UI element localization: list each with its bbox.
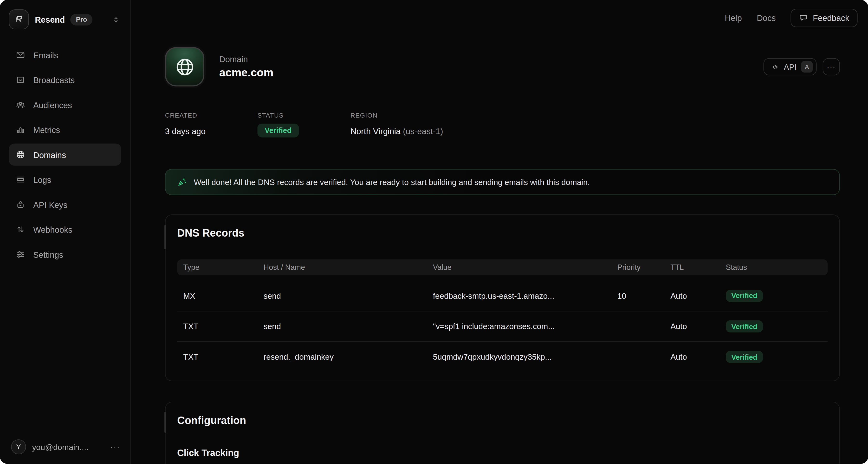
sidebar-item-emails[interactable]: Emails: [9, 44, 121, 66]
code-icon: [771, 62, 779, 71]
sidebar-item-settings[interactable]: Settings: [9, 243, 121, 265]
dns-table-header: Type Host / Name Value Priority TTL Stat…: [177, 259, 828, 276]
meta-created: CREATED 3 days ago: [165, 112, 257, 138]
avatar: Y: [11, 439, 26, 454]
page-title: acme.com: [219, 66, 274, 79]
domain-titles: Domain acme.com: [219, 54, 274, 79]
verified-badge: Verified: [726, 320, 763, 332]
col-value: Value: [433, 263, 617, 272]
dns-row-txt-domainkey[interactable]: TXT resend._domainkey 5uqmdw7qpxudkyvdon…: [177, 341, 828, 372]
sidebar-item-label: Emails: [33, 50, 58, 59]
dns-row-mx-send[interactable]: MX send feedback-smtp.us-east-1.amazo...…: [177, 281, 828, 311]
cell-type: TXT: [183, 352, 264, 361]
lock-icon: [16, 200, 25, 209]
status-label: STATUS: [257, 112, 350, 119]
cell-status: Verified: [726, 351, 828, 363]
cell-value: feedback-smtp.us-east-1.amazo...: [433, 291, 617, 300]
rows-icon: [16, 175, 25, 184]
cell-type: TXT: [183, 322, 264, 331]
resend-logo-letter: R: [16, 14, 22, 25]
status-badge: Verified: [257, 124, 299, 138]
verified-badge: Verified: [726, 351, 763, 363]
verified-badge: Verified: [726, 290, 763, 302]
sidebar-item-label: Webhooks: [33, 225, 72, 234]
cell-status: Verified: [726, 290, 828, 302]
docs-link[interactable]: Docs: [757, 13, 776, 22]
sliders-icon: [16, 249, 25, 259]
chevron-updown-icon[interactable]: [112, 15, 120, 24]
globe-icon: [174, 56, 196, 78]
domain-avatar: [165, 47, 204, 86]
cell-ttl: Auto: [671, 352, 726, 361]
page-eyebrow: Domain: [219, 54, 274, 64]
domain-more-button[interactable]: ···: [823, 58, 840, 76]
region-name: North Virginia: [350, 126, 401, 136]
account-menu[interactable]: Y you@domain.... ···: [0, 439, 130, 464]
sidebar-item-broadcasts[interactable]: Broadcasts: [9, 69, 121, 91]
api-button-label: API: [784, 62, 797, 71]
card-scroll-notch: [164, 412, 166, 433]
domain-header: Domain acme.com API A ···: [165, 47, 840, 86]
col-host: Host / Name: [264, 263, 433, 272]
sidebar-item-label: Settings: [33, 250, 63, 259]
created-value: 3 days ago: [165, 126, 257, 136]
sidebar-item-webhooks[interactable]: Webhooks: [9, 218, 121, 240]
meta-region: REGION North Virginia (us-east-1): [350, 112, 443, 138]
api-button[interactable]: API A: [763, 58, 817, 76]
feedback-label: Feedback: [813, 13, 849, 22]
sidebar-nav: Emails Broadcasts Audiences Metrics Doma…: [0, 39, 130, 265]
sidebar-item-label: Metrics: [33, 125, 60, 135]
region-code: (us-east-1): [403, 126, 443, 136]
dns-records-title: DNS Records: [177, 226, 828, 240]
sidebar-item-logs[interactable]: Logs: [9, 168, 121, 191]
dns-row-txt-send[interactable]: TXT send "v=spf1 include:amazonses.com..…: [177, 311, 828, 341]
success-banner: Well done! All the DNS records are verif…: [165, 169, 840, 195]
party-popper-icon: [177, 177, 187, 187]
feedback-button[interactable]: Feedback: [791, 9, 858, 27]
col-status: Status: [726, 263, 828, 272]
workspace-switcher[interactable]: R Resend Pro: [0, 0, 130, 39]
cell-ttl: Auto: [671, 322, 726, 331]
cell-ttl: Auto: [671, 291, 726, 300]
page-content: Domain acme.com API A ··· CREATED 3 days…: [165, 47, 840, 464]
sidebar-item-label: Domains: [33, 150, 66, 159]
header-actions: API A ···: [763, 58, 840, 76]
dns-records-card: DNS Records Type Host / Name Value Prior…: [165, 214, 840, 381]
envelope-icon: [16, 50, 25, 60]
sidebar-item-domains[interactable]: Domains: [9, 144, 121, 166]
arrows-up-down-icon: [16, 225, 25, 234]
configuration-title: Configuration: [177, 413, 828, 428]
cell-host: send: [264, 291, 433, 300]
app-window: R Resend Pro Emails Broadcasts Audiences: [0, 0, 868, 464]
region-label: REGION: [350, 112, 443, 119]
sidebar-item-api-keys[interactable]: API Keys: [9, 194, 121, 215]
dns-table-body: MX send feedback-smtp.us-east-1.amazo...…: [177, 281, 828, 372]
topbar: Help Docs Feedback: [131, 0, 868, 35]
sidebar-item-label: Broadcasts: [33, 75, 75, 85]
cell-value: 5uqmdw7qpxudkyvdonqzy35kp...: [433, 352, 617, 361]
cell-type: MX: [183, 291, 264, 300]
cell-value: "v=spf1 include:amazonses.com...: [433, 322, 617, 331]
cell-host: send: [264, 322, 433, 331]
sidebar-item-metrics[interactable]: Metrics: [9, 119, 121, 141]
user-email: you@domain....: [32, 442, 88, 452]
broadcast-tray-icon: [16, 75, 25, 85]
sidebar-item-label: API Keys: [33, 200, 67, 209]
domain-meta: CREATED 3 days ago STATUS Verified REGIO…: [165, 112, 840, 138]
globe-icon: [16, 150, 25, 160]
card-scroll-notch: [164, 225, 166, 249]
sidebar-item-label: Audiences: [33, 100, 72, 109]
sidebar-item-audiences[interactable]: Audiences: [9, 94, 121, 116]
col-ttl: TTL: [671, 263, 726, 272]
main-area: Help Docs Feedback Domain acme.com: [131, 0, 868, 464]
cell-host: resend._domainkey: [264, 352, 433, 361]
created-label: CREATED: [165, 112, 257, 119]
col-type: Type: [183, 263, 264, 272]
help-link[interactable]: Help: [725, 13, 742, 22]
speech-bubble-icon: [799, 13, 808, 22]
click-tracking-label: Click Tracking: [177, 447, 828, 458]
workspace-name: Resend: [35, 15, 65, 24]
users-icon: [16, 100, 25, 110]
more-icon[interactable]: ···: [110, 442, 120, 452]
col-priority: Priority: [617, 263, 671, 272]
